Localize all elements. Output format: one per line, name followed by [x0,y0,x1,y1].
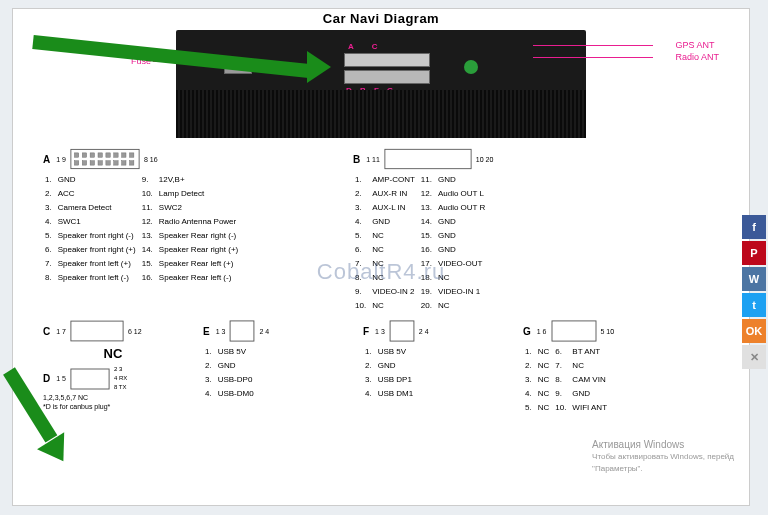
share-ok[interactable]: OK [742,319,766,343]
conn-D-right: 2 34 RX8 TX [114,365,127,392]
pin-row: 2.AUX-R IN12.Audio OUT L [355,188,489,200]
conn-A-right-nums: 8 16 [144,155,158,164]
conn-C-letter: C [43,326,50,337]
pinout-row-2: C 1 7 6 12 NC D 1 5 2 34 RX8 TX 1,2,3,5,… [13,320,749,416]
svg-rect-2 [82,153,86,157]
conn-B-shape [384,148,472,170]
pin-row: 4.USB-DM0 [205,388,258,400]
svg-rect-19 [71,369,109,389]
pin-row: 10.NC20.NC [355,300,489,312]
share-facebook[interactable]: f [742,215,766,239]
conn-E-letter: E [203,326,210,337]
share-vk[interactable]: W [742,267,766,291]
conn-D-left: 1 5 [56,374,66,383]
svg-rect-10 [82,161,86,165]
conn-G-pins: 1.NC6.BT ANT2.NC7.NC3.NC8.CAM VIN4.NC9.G… [523,344,613,416]
share-pinterest[interactable]: P [742,241,766,265]
antenna-labels: GPS ANT Radio ANT [675,39,719,63]
pin-row: 4.GND14.GND [355,216,489,228]
connector-B: B 1 11 10 20 1.AMP-CONT11.GND2.AUX-R IN1… [353,148,653,314]
connector-A: A 1 9 8 16 1.GND9.12V,B+2.ACC10.Lamp Det… [43,148,333,314]
pin-row: 4.NC9.GND [525,388,611,400]
connector-D: D 1 5 2 34 RX8 TX 1,2,3,5,6,7 NC *D is f… [43,365,183,410]
pin-row: 2.ACC10.Lamp Detect [45,188,242,200]
svg-rect-12 [98,161,102,165]
svg-rect-15 [122,161,126,165]
pin-row: 6.Speaker front right (+)14.Speaker Rear… [45,244,242,256]
share-twitter[interactable]: t [742,293,766,317]
diagram-page: Car Navi Diagram A C D B F G Fuse GPS AN… [12,8,750,506]
win-line2: Чтобы активировать Windows, перейд [592,451,734,463]
svg-rect-13 [106,161,110,165]
pin-row: 1.AMP-CONT11.GND [355,174,489,186]
conn-E-shape [229,320,255,342]
conn-A-letter: A [43,154,50,165]
svg-rect-14 [114,161,118,165]
conn-F-letter: F [363,326,369,337]
conn-C-right: 6 12 [128,327,142,336]
conn-A-left-nums: 1 9 [56,155,66,164]
pin-row: 5.NC10.WIFI ANT [525,402,611,414]
pin-row: 1.USB 5V [365,346,417,358]
social-sidebar: f P W t OK ✕ [742,215,766,371]
pin-row: 1.NC6.BT ANT [525,346,611,358]
conn-B-letter: B [353,154,360,165]
win-line3: "Параметры". [592,463,734,475]
svg-rect-3 [90,153,94,157]
svg-rect-21 [390,321,414,341]
conn-F-right: 2 4 [419,327,429,336]
conn-G-left: 1 6 [537,327,547,336]
connector-row-bottom [344,70,430,84]
conn-E-right: 2 4 [259,327,269,336]
arrow-1-head [307,51,331,83]
svg-rect-20 [230,321,254,341]
conn-D-note2: *D is for canbus plug* [43,403,183,410]
conn-A-pins: 1.GND9.12V,B+2.ACC10.Lamp Detect3.Camera… [43,172,244,286]
pin-row: 3.USB-DP0 [205,374,258,386]
conn-C-left: 1 7 [56,327,66,336]
pinout-row-1: A 1 9 8 16 1.GND9.12V,B+2.ACC10.Lamp Det… [13,144,749,314]
conn-C-nc: NC [43,346,183,361]
pin-row: 7.Speaker front left (+)15.Speaker Rear … [45,258,242,270]
pin-row: 9.VIDEO-IN 219.VIDEO-IN 1 [355,286,489,298]
pin-row: 7.NC17.VIDEO-OUT [355,258,489,270]
connector-G: G 1 6 5 10 1.NC6.BT ANT2.NC7.NC3.NC8.CAM… [523,320,663,416]
radio-ant-label: Radio ANT [675,51,719,63]
conn-E-pins: 1.USB 5V2.GND3.USB-DP04.USB-DM0 [203,344,260,402]
page-title: Car Navi Diagram [13,9,749,28]
svg-rect-16 [129,161,133,165]
pin-row: 4.SWC112.Radio Antenna Power [45,216,242,228]
svg-rect-0 [71,149,139,168]
conn-G-shape [551,320,597,342]
svg-rect-6 [114,153,118,157]
conn-E-left: 1 3 [216,327,226,336]
bottom-letters: D B F G [346,86,396,95]
conn-D-shape [70,368,110,390]
connector-E: E 1 3 2 4 1.USB 5V2.GND3.USB-DP04.USB-DM… [203,320,343,416]
pin-row: 1.USB 5V [205,346,258,358]
pin-row: 1.GND9.12V,B+ [45,174,242,186]
svg-rect-4 [98,153,102,157]
gps-ant-label: GPS ANT [675,39,719,51]
pin-row: 2.GND [365,360,417,372]
pin-row: 8.NC18.NC [355,272,489,284]
pin-row: 5.NC15.GND [355,230,489,242]
gps-port [464,60,478,74]
conn-D-note1: 1,2,3,5,6,7 NC [43,394,183,401]
connector-C: C 1 7 6 12 NC [43,320,183,361]
share-close[interactable]: ✕ [742,345,766,369]
conn-F-shape [389,320,415,342]
pin-row: 5.Speaker front right (-)13.Speaker Rear… [45,230,242,242]
svg-rect-8 [129,153,133,157]
conn-F-left: 1 3 [375,327,385,336]
pin-row: 3.USB DP1 [365,374,417,386]
connector-F: F 1 3 2 4 1.USB 5V2.GND3.USB DP14.USB DM… [363,320,503,416]
svg-rect-22 [552,321,596,341]
pin-row: 3.AUX-L IN13.Audio OUT R [355,202,489,214]
pin-row: 4.USB DM1 [365,388,417,400]
pin-row: 2.NC7.NC [525,360,611,372]
conn-B-pins: 1.AMP-CONT11.GND2.AUX-R IN12.Audio OUT L… [353,172,491,314]
svg-rect-11 [90,161,94,165]
svg-rect-7 [122,153,126,157]
pin-row: 3.NC8.CAM VIN [525,374,611,386]
